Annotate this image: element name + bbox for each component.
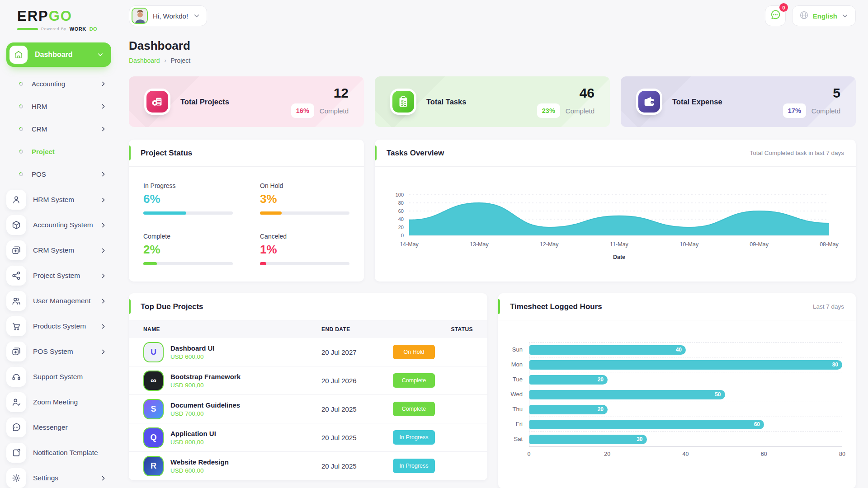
bar-value-label: 60 [754, 421, 760, 427]
project-amount: USD 800,00 [170, 439, 216, 446]
y-axis-tick: 20 [398, 225, 404, 230]
table-row[interactable]: ∞Bootstrap FrameworkUSD 900,0020 Jul 202… [129, 366, 487, 395]
project-avatar: ∞ [143, 371, 164, 391]
table-row[interactable]: SDocument GuidelinesUSD 700,0020 Jul 202… [129, 395, 487, 423]
language-selector[interactable]: English [792, 5, 856, 26]
bar-value-label: 20 [598, 376, 604, 383]
notifications-button[interactable]: 0 [765, 5, 786, 26]
project-name: Website Redesign [170, 458, 229, 466]
bar-row: 20 [529, 402, 842, 417]
timesheet-chart: Sun40Mon80Tue20Wed50Thu20Fri60Sat3002040… [498, 320, 856, 459]
notification-count-badge: 0 [779, 3, 788, 12]
bar-category-label: Sun [505, 346, 529, 353]
sidebar-item-dashboard[interactable]: Dashboard [6, 42, 111, 67]
x-axis: 020406080 [529, 447, 842, 459]
stat-value: 5 [783, 85, 840, 100]
chevron-down-icon [97, 51, 104, 58]
bar: 30 [529, 435, 647, 444]
y-axis-tick: 40 [398, 216, 404, 222]
tasks-overview-card: Tasks Overview Total Completed task in l… [375, 140, 856, 282]
table-row[interactable]: QApplication UIUSD 800,0020 Jul 2025In P… [129, 423, 487, 452]
sidebar-item-settings[interactable]: Settings [6, 465, 111, 488]
table-row[interactable]: RWebsite RedesignUSD 600,0020 Jul 2025In… [129, 452, 487, 480]
y-axis-tick: 0 [401, 233, 404, 238]
stat-value: 12 [291, 85, 349, 100]
gear-icon [6, 468, 26, 488]
sidebar-menu: HRM SystemAccounting SystemCRM SystemPro… [6, 187, 111, 488]
workdo-brand-text: WORK [70, 26, 86, 32]
chat-icon [6, 418, 26, 437]
sidebar-item-hrm-system[interactable]: HRM System [6, 187, 111, 212]
sidebar-item-hrm[interactable]: HRM [6, 95, 111, 117]
status-item-canceled: Canceled1% [260, 233, 349, 265]
share-icon [6, 266, 26, 286]
user-icon [6, 190, 26, 210]
timesheet-subtitle: Last 7 days [813, 303, 844, 310]
window-icon [6, 240, 26, 260]
cart-icon [6, 316, 26, 336]
bar: 20 [529, 375, 608, 385]
project-avatar: Q [143, 427, 164, 448]
project-amount: USD 900,00 [170, 382, 241, 389]
column-header-status: STATUS [393, 326, 473, 333]
topbar: Hi, Workdo! 0 English [129, 5, 856, 26]
project-name: Document Guidelines [170, 401, 240, 409]
status-badge: Complete [393, 402, 435, 416]
table-header: NAME END DATE STATUS [129, 320, 487, 338]
sidebar-item-user-management[interactable]: User Management [6, 288, 111, 314]
bar-row: 40 [529, 342, 842, 357]
progress-bar [260, 211, 349, 215]
chevron-right-icon [100, 222, 107, 229]
bullet-icon [18, 103, 24, 109]
headset-icon [6, 367, 26, 387]
bullet-icon [18, 81, 24, 87]
chevron-right-icon [100, 126, 107, 132]
bullet-icon [18, 171, 24, 177]
top-due-projects-card: Top Due Projects NAME END DATE STATUS UD… [129, 293, 487, 480]
sidebar-item-pos-system[interactable]: POS System [6, 339, 111, 364]
status-badge: Complete [393, 373, 435, 388]
sidebar-item-project[interactable]: Project [6, 140, 111, 163]
project-end-date: 20 Jul 2025 [321, 462, 393, 470]
user-menu-button[interactable]: Hi, Workdo! [129, 5, 207, 26]
table-row[interactable]: UDashboard UIUSD 600,0020 Jul 2027On Hol… [129, 338, 487, 366]
status-percent: 1% [260, 243, 349, 257]
y-axis-tick: 80 [398, 200, 404, 206]
sidebar-item-accounting[interactable]: Accounting [6, 72, 111, 95]
sidebar-item-accounting-system[interactable]: Accounting System [6, 212, 111, 238]
sidebar-item-notification-template[interactable]: Notification Template [6, 440, 111, 465]
globe-icon [799, 10, 809, 22]
y-axis-tick: 100 [396, 192, 404, 197]
bullet-icon [18, 149, 24, 155]
project-avatar: S [143, 399, 164, 419]
projects-icon [144, 89, 170, 115]
sidebar-item-products-system[interactable]: Products System [6, 314, 111, 339]
erpgo-logo: ERPGO Powered By WORKDO [6, 6, 111, 32]
project-end-date: 20 Jul 2025 [321, 434, 393, 441]
project-amount: USD 700,00 [170, 410, 240, 417]
bar-category-label: Tue [505, 376, 529, 383]
chevron-right-icon [100, 323, 107, 330]
table-body: UDashboard UIUSD 600,0020 Jul 2027On Hol… [129, 338, 487, 480]
sidebar-item-pos[interactable]: POS [6, 163, 111, 185]
sidebar-item-support-system[interactable]: Support System [6, 364, 111, 389]
project-name: Dashboard UI [170, 344, 215, 352]
status-percent: 2% [143, 243, 233, 257]
avatar [132, 8, 148, 24]
sidebar-item-crm[interactable]: CRM [6, 117, 111, 140]
tasks-overview-subtitle: Total Completed task in last 7 days [750, 150, 844, 156]
sidebar-item-project-system[interactable]: Project System [6, 263, 111, 288]
project-avatar: R [143, 456, 164, 476]
breadcrumb-dashboard-link[interactable]: Dashboard [129, 57, 160, 64]
sidebar-item-zoom-meeting[interactable]: Zoom Meeting [6, 389, 111, 415]
x-axis-label: 13-May [470, 241, 489, 248]
stat-card-total-tasks: Total Tasks4623%Completd [375, 76, 610, 127]
sidebar-item-messenger[interactable]: Messenger [6, 415, 111, 440]
timesheet-title: Timesheet Logged Hours [510, 302, 602, 311]
bar-value-label: 30 [637, 436, 642, 442]
sidebar-dashboard-label: Dashboard [35, 51, 73, 59]
project-end-date: 20 Jul 2027 [321, 348, 393, 356]
column-header-name: NAME [143, 326, 321, 333]
chevron-right-icon [100, 272, 107, 279]
sidebar-item-crm-system[interactable]: CRM System [6, 238, 111, 263]
